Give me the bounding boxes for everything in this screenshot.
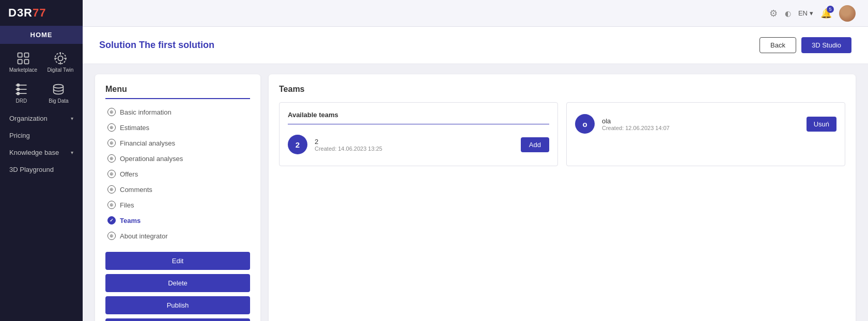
content-panel: Teams Available teams 2 2 Created: 14.06… (269, 74, 856, 321)
delete-button[interactable]: Delete (105, 274, 250, 292)
menu-icon-estimates: ⊕ (107, 123, 116, 132)
menu-icon-files: ⊕ (107, 201, 116, 209)
menu-item-financial-analyses[interactable]: ⊕ Financial analyses (105, 135, 250, 151)
chevron-down-icon: ▾ (71, 116, 73, 121)
publish-button[interactable]: Publish (105, 296, 250, 314)
sidebar-item-drd[interactable]: DRD (14, 82, 28, 104)
menu-icon-offers: ⊕ (107, 170, 116, 178)
menu-label-files: Files (120, 201, 134, 209)
team-name-0: 2 (315, 138, 514, 146)
sidebar-item-knowledge-base[interactable]: Knowledge base ▾ (0, 144, 83, 161)
solution-header: Solution The first solution Back 3D Stud… (83, 27, 868, 64)
svg-point-9 (54, 85, 64, 88)
menu-icon-financial: ⊕ (107, 139, 116, 147)
settings-icon[interactable]: ⚙ (769, 8, 778, 19)
menu-items: ⊕ Basic information ⊕ Estimates ⊕ Financ… (105, 104, 250, 244)
kb-label: Knowledge base (9, 149, 59, 156)
solution-actions: Back 3D Studio (760, 37, 851, 53)
toggle-icon[interactable]: ◐ (785, 9, 791, 18)
sidebar-item-big-data[interactable]: Big Data (49, 82, 68, 104)
my-team-created-0: Created: 12.06.2023 14:07 (602, 125, 799, 131)
menu-label-about: About integrator (120, 232, 168, 240)
lang-label: EN (798, 9, 808, 17)
svg-point-8 (17, 92, 20, 95)
notification-badge: 5 (827, 6, 834, 13)
solution-name: The first solution (139, 40, 214, 50)
sidebar-item-3d-playground[interactable]: 3D Playground (0, 161, 83, 178)
sidebar-item-marketplace[interactable]: Marketplace (9, 51, 37, 73)
menu-item-comments[interactable]: ⊕ Comments (105, 182, 250, 197)
menu-label-offers: Offers (120, 170, 138, 178)
available-teams-section: Available teams 2 2 Created: 14.06.2023 … (279, 102, 558, 166)
drd-label: DRD (16, 98, 27, 104)
menu-buttons: Edit Delete Publish Create twin (105, 252, 250, 321)
svg-rect-0 (18, 53, 22, 57)
menu-item-estimates[interactable]: ⊕ Estimates (105, 120, 250, 135)
menu-item-about-integrator[interactable]: ⊕ About integrator (105, 228, 250, 244)
sidebar: D3R77 HOME Marketplace Digital Twin DRD … (0, 0, 83, 321)
teams-inner: Available teams 2 2 Created: 14.06.2023 … (279, 102, 845, 166)
my-teams-section: o ola Created: 12.06.2023 14:07 Usuń (566, 102, 845, 166)
home-button[interactable]: HOME (0, 26, 83, 44)
avatar-image (839, 5, 856, 22)
solution-label: Solution (99, 40, 136, 50)
menu-icon-basic: ⊕ (107, 108, 116, 116)
menu-item-offers[interactable]: ⊕ Offers (105, 166, 250, 182)
topbar: ⚙ ◐ EN ▾ 🔔 5 (83, 0, 868, 27)
3dp-label: 3D Playground (9, 166, 54, 173)
menu-item-operational-analyses[interactable]: ⊕ Operational analyses (105, 151, 250, 166)
menu-label-teams: Teams (120, 217, 141, 224)
my-team-info-0: ola Created: 12.06.2023 14:07 (602, 117, 799, 131)
page-content: Solution The first solution Back 3D Stud… (83, 27, 868, 321)
svg-point-6 (17, 84, 20, 87)
menu-item-files[interactable]: ⊕ Files (105, 197, 250, 213)
marketplace-label: Marketplace (9, 67, 37, 73)
team-item-0: 2 2 Created: 14.06.2023 13:25 Add (288, 132, 549, 157)
language-selector[interactable]: EN ▾ (798, 9, 813, 17)
menu-item-basic-information[interactable]: ⊕ Basic information (105, 104, 250, 120)
svg-point-7 (17, 88, 20, 91)
logo-accent: 77 (33, 6, 46, 19)
org-label: Organization (9, 115, 48, 122)
big-data-label: Big Data (49, 98, 68, 104)
notification-button[interactable]: 🔔 5 (820, 8, 832, 19)
sidebar-item-pricing[interactable]: Pricing (0, 127, 83, 144)
logo-area: D3R77 (0, 0, 83, 26)
team-created-0: Created: 14.06.2023 13:25 (315, 146, 514, 152)
pricing-label: Pricing (9, 132, 30, 139)
svg-rect-3 (24, 59, 28, 63)
teams-title: Teams (279, 85, 845, 94)
sidebar-item-digital-twin[interactable]: Digital Twin (47, 51, 73, 73)
edit-button[interactable]: Edit (105, 252, 250, 270)
menu-label-operational: Operational analyses (120, 155, 183, 163)
team-info-0: 2 Created: 14.06.2023 13:25 (315, 138, 514, 152)
create-twin-button[interactable]: Create twin (105, 318, 250, 321)
add-team-button-0[interactable]: Add (521, 137, 549, 152)
page-title: Solution The first solution (99, 40, 214, 51)
svg-point-4 (58, 56, 63, 60)
menu-panel: Menu ⊕ Basic information ⊕ Estimates ⊕ F… (95, 74, 260, 321)
sidebar-icon-section: Marketplace Digital Twin DRD Big Data (0, 44, 83, 106)
user-avatar[interactable] (839, 5, 856, 22)
3d-studio-button[interactable]: 3D Studio (801, 37, 851, 53)
my-team-item-0: o ola Created: 12.06.2023 14:07 Usuń (575, 111, 836, 137)
svg-rect-1 (24, 53, 28, 57)
menu-item-teams[interactable]: ✓ Teams (105, 213, 250, 228)
team-avatar-0: 2 (288, 135, 307, 154)
menu-label-estimates: Estimates (120, 124, 149, 132)
lang-chevron-icon: ▾ (810, 9, 813, 17)
inner-layout: Menu ⊕ Basic information ⊕ Estimates ⊕ F… (83, 64, 868, 321)
menu-title: Menu (105, 85, 250, 99)
my-team-name-0: ola (602, 117, 799, 125)
available-teams-title: Available teams (288, 111, 549, 124)
my-team-avatar-0: o (575, 114, 595, 134)
topbar-icons: ⚙ ◐ EN ▾ 🔔 5 (769, 5, 856, 22)
back-button[interactable]: Back (760, 37, 796, 53)
menu-label-comments: Comments (120, 186, 152, 194)
digital-twin-label: Digital Twin (47, 67, 73, 73)
sidebar-icon-row-1: Marketplace Digital Twin (0, 44, 83, 75)
menu-icon-comments: ⊕ (107, 185, 116, 194)
sidebar-item-organization[interactable]: Organization ▾ (0, 110, 83, 127)
menu-label-basic: Basic information (120, 108, 172, 116)
remove-team-button-0[interactable]: Usuń (807, 117, 836, 132)
